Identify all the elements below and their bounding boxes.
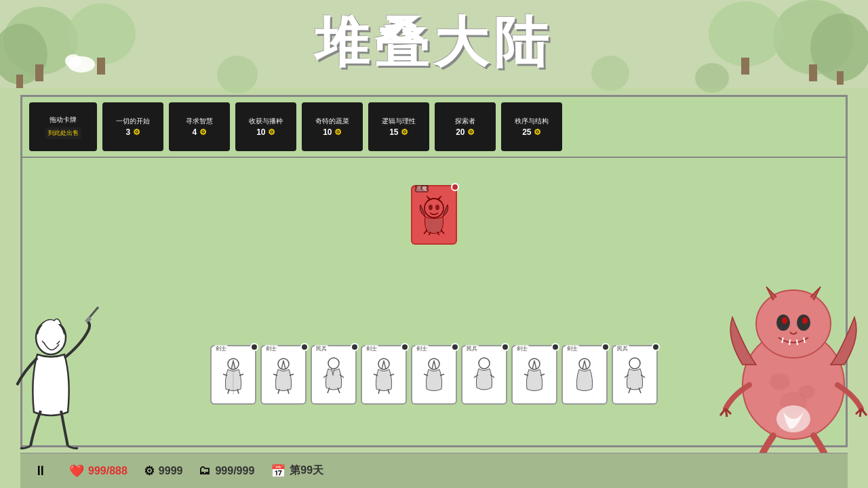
right-character-svg [719,283,868,453]
svg-point-40 [770,373,790,390]
shop-item-start[interactable]: 一切的开始 3 ⚙ [102,102,163,151]
shop-item-wisdom-title: 寻求智慧 [186,117,213,125]
shield-status: 🗂 999/999 [199,464,254,478]
ally-card-3[interactable]: 剑士 [361,345,407,405]
shop-item-order-title: 秩序与结构 [515,117,549,125]
game-title: 堆叠大陆 [0,7,868,80]
ally-card-6[interactable]: 剑士 [511,345,557,405]
ally-card-1-dot [300,343,309,351]
shield-icon: 🗂 [199,464,211,478]
ally-card-7-art [568,354,601,395]
shop-item-special[interactable]: 奇特的蔬菜 10 ⚙ [302,102,363,151]
enemy-card-art [417,195,451,235]
shop-item-explore-title: 探索者 [455,117,475,125]
enemy-card-label: 恶魔 [415,185,429,192]
right-character [719,283,868,453]
svg-point-27 [429,359,439,369]
ally-card-4-dot [451,343,459,351]
ally-card-0[interactable]: 剑士 [210,345,256,405]
day-status: 📅 第99天 [271,464,323,479]
ally-card-0-dot [250,343,258,351]
shop-item-order-price: 25 ⚙ [522,127,541,137]
ally-card-2-dot [351,343,359,351]
ally-card-2[interactable]: 民兵 [311,345,357,405]
svg-point-28 [479,358,490,369]
ally-card-8-label: 民兵 [616,345,629,352]
ally-card-0-label: 剑士 [214,345,228,352]
ally-card-6-label: 剑士 [515,345,529,352]
ally-card-4-art [417,354,451,395]
svg-point-20 [429,205,433,210]
shop-bar: 拖动卡牌 到此处出售 一切的开始 3 ⚙ 寻求智慧 4 ⚙ 收获与播种 10 ⚙… [22,97,846,158]
day-value: 第99天 [290,464,323,478]
shop-item-logic-price: 15 ⚙ [389,127,408,137]
ally-card-0-art [216,354,250,395]
ally-card-3-dot [401,343,409,351]
coin-value: 9999 [159,465,183,477]
shop-item-harvest-price: 10 ⚙ [256,127,275,137]
ally-card-2-art [317,354,351,395]
sell-slot-subtitle: 到此处出售 [45,127,81,139]
shop-item-start-title: 一切的开始 [116,117,150,125]
left-character [0,304,122,453]
enemy-card-dot [451,183,459,191]
ally-card-8-art [618,354,652,395]
svg-point-26 [378,359,389,369]
shop-item-order[interactable]: 秩序与结构 25 ⚙ [501,102,562,151]
left-character-svg [0,304,122,453]
ally-card-7-label: 剑士 [566,345,579,352]
status-bar: ⏸ ❤️ 999/888 ⚙ 9999 🗂 999/999 📅 第99天 [20,453,848,488]
ally-card-8[interactable]: 民兵 [612,345,658,405]
shop-item-explore-price: 20 ⚙ [456,127,475,137]
ally-card-5-dot [501,343,509,351]
ally-card-8-dot [652,343,660,351]
shop-item-special-title: 奇特的蔬菜 [315,117,349,125]
ally-card-6-dot [551,343,559,351]
svg-point-30 [579,359,590,369]
ally-card-3-label: 剑士 [365,345,378,352]
shop-item-wisdom[interactable]: 寻求智慧 4 ⚙ [169,102,230,151]
shop-item-logic-title: 逻辑与理性 [382,117,416,125]
ally-card-5[interactable]: 民兵 [461,345,507,405]
svg-point-38 [782,317,787,324]
coin-status: ⚙ 9999 [144,464,183,479]
ally-card-5-label: 民兵 [465,345,479,352]
svg-point-35 [756,290,831,358]
ally-card-1-label: 剑士 [264,345,278,352]
hp-status: ❤️ 999/888 [69,464,127,479]
hp-icon: ❤️ [69,464,84,479]
svg-point-39 [802,317,808,324]
ally-card-1[interactable]: 剑士 [260,345,307,405]
ally-card-7-dot [601,343,610,351]
ally-card-4[interactable]: 剑士 [411,345,457,405]
pause-button[interactable]: ⏸ [34,463,47,479]
shield-value: 999/999 [215,465,254,477]
shop-item-logic[interactable]: 逻辑与理性 15 ⚙ [368,102,429,151]
shop-item-explore[interactable]: 探索者 20 ⚙ [435,102,496,151]
svg-point-29 [529,359,540,369]
hp-value: 999/888 [88,465,127,477]
shop-item-special-price: 10 ⚙ [323,127,342,137]
ally-card-2-label: 民兵 [315,345,328,352]
shop-item-harvest-title: 收获与播种 [249,117,283,125]
enemy-row: 恶魔 [411,185,457,245]
ally-row: 剑士 剑士 [210,345,658,405]
ally-card-6-art [517,354,551,395]
ally-card-1-art [267,354,300,395]
ally-card-3-art [367,354,401,395]
sell-slot-title: 拖动卡牌 [50,115,77,124]
ally-card-7[interactable]: 剑士 [561,345,608,405]
title-area: 堆叠大陆 [0,7,868,80]
ally-card-5-art [467,354,501,395]
coin-icon: ⚙ [144,464,155,479]
shop-item-wisdom-price: 4 ⚙ [192,127,206,137]
svg-point-21 [435,205,439,210]
svg-point-25 [328,358,339,369]
enemy-card[interactable]: 恶魔 [411,185,457,245]
sell-slot[interactable]: 拖动卡牌 到此处出售 [29,102,97,151]
svg-point-31 [629,358,640,369]
shop-item-harvest[interactable]: 收获与播种 10 ⚙ [235,102,296,151]
day-icon: 📅 [271,464,285,479]
svg-point-24 [278,359,289,369]
ally-card-4-label: 剑士 [415,345,429,352]
